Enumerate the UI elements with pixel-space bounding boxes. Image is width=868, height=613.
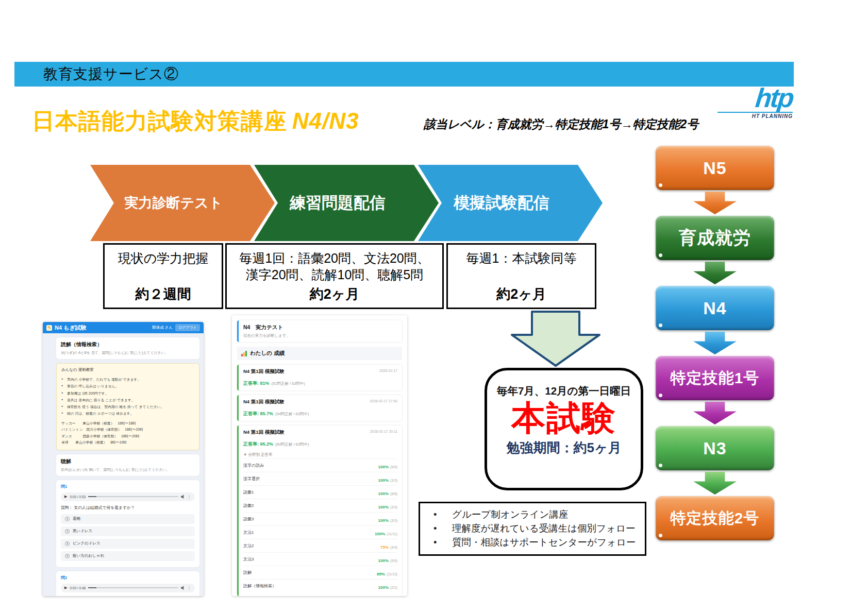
breakdown-label: 漢字選択 <box>243 476 260 482</box>
level-flow-item: 育成就労 <box>656 216 774 286</box>
audio-player-q2[interactable]: ▶ 0:00 / 0:48 ⋮ <box>61 584 195 592</box>
result-rate: 正答率: 95.2% <box>243 441 273 447</box>
notice-title: みんなの 運動教室 <box>61 367 194 372</box>
breakdown-fraction: (3/4) <box>390 546 397 549</box>
breakdown-percent: 100% <box>378 465 389 469</box>
level-flow-label: 育成就労 <box>679 226 751 250</box>
result-card: N4 第1回 模擬試験 正答率: 85.7%(54問正解 / 63問中) 202… <box>237 395 402 421</box>
app-header: ✎ N4 もぎ試験 鄭珠成 さん ログアウト <box>43 322 204 333</box>
breakdown-percent: 100% <box>378 478 389 483</box>
level-flow-item: N5 <box>656 146 774 216</box>
schedule-line: ダンス 西森小学校（体育館） 18時〜20時 <box>61 433 194 440</box>
breakdown-row: 語彙2 100%(3/3) <box>243 499 397 512</box>
ability-test-subtitle: 現在の実力を診断します。 <box>243 333 397 338</box>
breakdown-header[interactable]: ▼ 分野別 正答率 <box>243 452 397 457</box>
question1-options: 1 着物 2 黒いドレス 3 ピンクのドレス 4 <box>61 514 195 561</box>
kebab-menu-icon[interactable]: ⋮ <box>188 495 192 499</box>
breakdown-label: 語彙3 <box>243 516 254 522</box>
breakdown-row: 文法2 75%(3/4) <box>243 539 397 552</box>
breakdown-fraction: (3/3) <box>390 519 397 522</box>
ability-test-card: N4 実力テスト 現在の実力を診断します。 <box>237 320 402 342</box>
process-box-diagnosis: 現状の学力把握 約２週間 <box>103 243 223 309</box>
process-box-duration: 約２週間 <box>136 285 191 303</box>
play-icon[interactable]: ▶ <box>64 495 67 499</box>
breakdown-fraction: (11/13) <box>387 572 397 576</box>
down-arrow-icon <box>693 332 737 354</box>
level-flow-box: N5 <box>656 146 774 190</box>
process-box-mockexam: 毎週1：本試験同等 約2ヶ月 <box>446 243 596 309</box>
breakdown-percent: 100% <box>378 491 389 496</box>
answer-option[interactable]: 4 短い方のおしゃれ <box>61 551 195 561</box>
process-chevron: 練習問題配信 <box>254 165 439 241</box>
listening-instruction: 音声(おんせい)を 聞いて、質問(しつもん)に 答(こた)えてください。 <box>61 467 195 472</box>
play-icon[interactable]: ▶ <box>64 586 67 590</box>
result-count: (60問正解 / 63問中) <box>275 442 309 447</box>
level-flow-label: N5 <box>703 158 726 178</box>
process-chevron-label: 模擬試験配信 <box>454 192 549 214</box>
logged-in-user: 鄭珠成 さん <box>152 325 173 330</box>
exam-schedule: 毎年7月、12月の第一日曜日 <box>487 384 641 398</box>
notice-item: 体育館を 使う 場合は、室内用の 靴を 持って きてください。 <box>61 403 194 410</box>
process-chevron: 実力診断テスト <box>90 165 275 241</box>
breakdown-fraction: (3/3) <box>390 505 397 509</box>
my-results-header: わたしの 成績 <box>237 347 402 360</box>
down-arrow-icon <box>693 262 737 284</box>
option-number: 3 <box>65 541 70 546</box>
course-features-box: グループ制オンライン講座理解度が遅れている受講生は個別フォロー質問・相談はサポー… <box>419 502 646 556</box>
banner-title: 教育支援サービス② <box>43 64 179 84</box>
question2-card: 問2 ▶ 0:00 / 0:48 ⋮ <box>56 571 199 596</box>
process-chevron-label: 実力診断テスト <box>125 194 223 212</box>
result-rate: 正答率: 85.7% <box>243 411 273 416</box>
level-flow-box: 特定技能2号 <box>656 496 774 540</box>
exam-callout: 毎年7月、12月の第一日曜日 本試験 勉強期間：約5ヶ月 <box>485 368 643 490</box>
answer-option[interactable]: 2 黒いドレス <box>61 526 195 536</box>
option-number: 4 <box>65 554 70 558</box>
company-logo: htp HT PLANNING <box>717 84 793 119</box>
reading-instruction: 次(つぎ)の AとBを 見て、質問(しつもん)に 答(こた)えてください。 <box>61 350 195 355</box>
question1-text: 質問： 女の人は結婚式で何を着ますか？ <box>61 505 195 510</box>
notice-item: 事前の 申し込みは いりません。 <box>61 383 194 389</box>
result-date: 2026-02-17 20:11 <box>370 430 397 433</box>
result-count: (51問正解 / 63問中) <box>272 381 305 386</box>
breakdown-percent: 100% <box>378 505 389 509</box>
audio-player-q1[interactable]: ▶ 0:00 / 0:53 ⋮ <box>61 492 195 501</box>
htp-logo-wordmark: htp <box>754 84 794 111</box>
down-arrow-icon <box>693 402 737 424</box>
breakdown-fraction: (5/5) <box>390 559 397 563</box>
result-date: 2026-02-17 <box>379 369 397 372</box>
level-flow-item: N4 <box>656 286 774 356</box>
result-date: 2026-02-17 17:40 <box>370 399 397 403</box>
process-box-duration: 約2ヶ月 <box>496 285 546 303</box>
answer-option[interactable]: 3 ピンクのドレス <box>61 539 195 549</box>
process-box-text: 毎週1回：語彙20問、文法20問、 <box>239 250 430 266</box>
breakdown-label: 文法1 <box>243 530 254 535</box>
audio-track[interactable] <box>88 587 178 588</box>
breakdown-label: 読解 <box>243 570 252 575</box>
speaker-icon[interactable] <box>181 586 185 590</box>
schedule-line: サッカー 東山小学校（校庭） 16時〜18時 <box>61 420 194 427</box>
bar-chart-icon <box>241 351 247 356</box>
page-title-accent: N4/N3 <box>292 108 359 133</box>
answer-option[interactable]: 1 着物 <box>61 514 195 524</box>
notice-item: 市内の 小学校で、だれでも 運動が できます。 <box>61 376 194 383</box>
level-flow: N5 育成就労 N4 特定技能1号 N3 <box>656 146 774 540</box>
logout-button[interactable]: ログアウト <box>175 324 200 331</box>
ability-test-title: N4 実力テスト <box>243 324 397 331</box>
breakdown-fraction: (3/3) <box>390 479 397 482</box>
level-flow-box: 特定技能1号 <box>656 356 774 400</box>
kebab-menu-icon[interactable]: ⋮ <box>188 586 192 590</box>
reading-section-card: 読解（情報検索） 次(つぎ)の AとBを 見て、質問(しつもん)に 答(こた)え… <box>56 337 199 359</box>
breakdown-row: 語彙3 100%(3/3) <box>243 512 397 525</box>
level-note: 該当レベル：育成就労→特定技能1号→特定技能2号 <box>424 116 698 132</box>
slide-banner: 教育支援サービス② <box>14 62 794 87</box>
company-name: HT PLANNING <box>717 112 793 119</box>
audio-track[interactable] <box>88 496 178 497</box>
level-flow-item: N3 <box>656 426 774 496</box>
schedule-line: バドミントン 南川小学校（体育館） 18時〜20時 <box>61 427 194 433</box>
process-chevron-label: 練習問題配信 <box>290 192 386 214</box>
level-flow-label: N3 <box>703 438 726 458</box>
speaker-icon[interactable] <box>181 495 185 499</box>
listening-section-card: 聴解 音声(おんせい)を 聞いて、質問(しつもん)に 答(こた)えてください。 <box>56 454 199 476</box>
page-title: 日本語能力試験対策講座N4/N3 <box>32 106 359 137</box>
breakdown-percent: 100% <box>375 532 385 536</box>
